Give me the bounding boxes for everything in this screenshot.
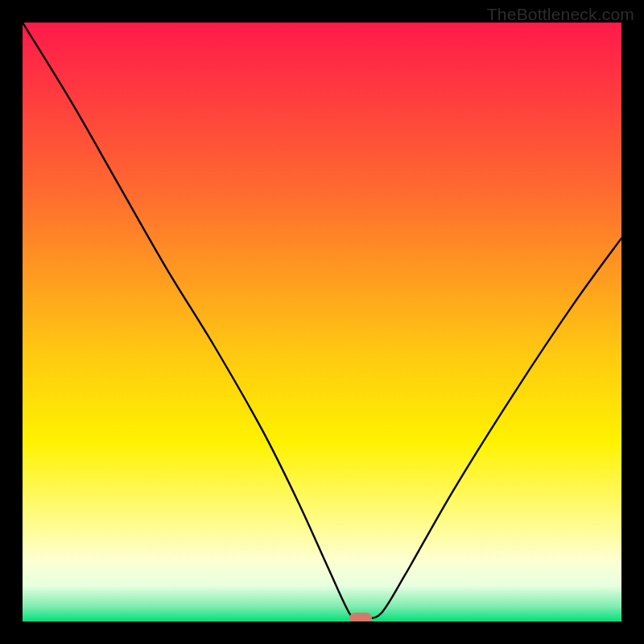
watermark-label: TheBottleneck.com xyxy=(487,5,634,24)
optimal-point-marker xyxy=(349,613,372,621)
chart-frame xyxy=(23,23,621,621)
bottleneck-curve xyxy=(23,23,621,621)
